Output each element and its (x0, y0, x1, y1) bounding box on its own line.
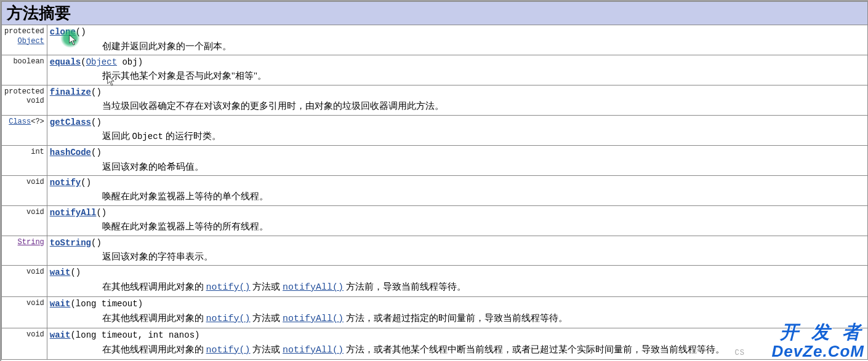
desc-text: 返回该对象的字符串表示。 (102, 252, 213, 261)
params-plain: long timeout (76, 299, 138, 309)
method-cell: toString()返回该对象的字符串表示。 (47, 236, 867, 266)
method-description: 唤醒在此对象监视器上等待的单个线程。 (102, 190, 865, 202)
return-type-cell: protected void (2, 85, 47, 115)
method-cell: equals(Object obj)指示其他某个对象是否与此对象"相等"。 (47, 55, 867, 85)
return-type-link[interactable]: String (18, 238, 44, 247)
return-type-cell: void (2, 266, 47, 297)
paren-open: ( (70, 299, 75, 309)
desc-text: 方法或 (251, 344, 283, 354)
desc-text: 方法，或者超过指定的时间量前，导致当前线程等待。 (344, 313, 568, 323)
param-type-link[interactable]: Object (86, 57, 117, 67)
paren-close: ) (96, 117, 101, 127)
desc-text: 返回该对象的哈希码值。 (102, 162, 204, 172)
paren-close: ) (96, 87, 101, 97)
desc-method-link[interactable]: notify() (206, 345, 251, 355)
param-name: obj (117, 57, 138, 67)
method-cell: wait(long timeout, int nanos)在其他线程调用此对象的… (47, 328, 867, 360)
paren-open: ( (81, 178, 86, 188)
method-signature: notify() (50, 177, 865, 189)
method-name-link[interactable]: wait (50, 330, 71, 340)
paren-close: ) (81, 27, 86, 37)
table-row: protectedObjectclone()创建并返回此对象的一个副本。 (2, 25, 868, 55)
table-row: booleanequals(Object obj)指示其他某个对象是否与此对象"… (2, 55, 868, 85)
desc-text: 方法，或者其他某个线程中断当前线程，或者已超过某个实际时间量前，导致当前线程等待… (344, 344, 725, 354)
paren-close: ) (96, 238, 101, 248)
table-row: voidwait(long timeout, int nanos)在其他线程调用… (2, 328, 868, 360)
method-description: 唤醒在此对象监视器上等待的所有线程。 (102, 220, 865, 232)
method-signature: hashCode() (50, 147, 865, 159)
method-description: 当垃圾回收器确定不存在对该对象的更多引用时，由对象的垃圾回收器调用此方法。 (102, 100, 865, 112)
paren-close: ) (86, 178, 91, 188)
params-plain: long timeout, int nanos (76, 330, 195, 340)
desc-text: 方法前，导致当前线程等待。 (344, 282, 466, 292)
method-name-link[interactable]: toString (50, 238, 91, 248)
desc-method-link[interactable]: notify() (206, 314, 251, 324)
method-cell: notify()唤醒在此对象监视器上等待的单个线程。 (47, 175, 867, 205)
desc-text: 在其他线程调用此对象的 (102, 344, 206, 354)
method-signature: equals(Object obj) (50, 57, 865, 69)
return-type-link[interactable]: Object (18, 37, 44, 46)
method-cell: clone()创建并返回此对象的一个副本。 (47, 25, 867, 55)
method-name-link[interactable]: clone (50, 27, 76, 37)
paren-close: ) (76, 268, 81, 277)
method-cell: notifyAll()唤醒在此对象监视器上等待的所有线程。 (47, 205, 867, 236)
generic-suffix: <?> (31, 117, 44, 126)
method-name-link[interactable]: notifyAll (50, 208, 97, 218)
desc-method-link[interactable]: notifyAll() (283, 314, 344, 324)
method-description: 返回该对象的字符串表示。 (102, 250, 865, 263)
method-signature: finalize() (50, 87, 865, 99)
return-type-cell: int (2, 146, 47, 176)
table-row: inthashCode()返回该对象的哈希码值。 (2, 146, 868, 176)
method-description: 返回该对象的哈希码值。 (102, 161, 865, 173)
desc-text: 返回此 (102, 131, 132, 141)
desc-text: 当垃圾回收器确定不存在对该对象的更多引用时，由对象的垃圾回收器调用此方法。 (102, 101, 444, 111)
method-name-link[interactable]: wait (50, 268, 71, 277)
return-type-cell: protectedObject (2, 25, 47, 55)
return-type-cell: boolean (2, 55, 47, 85)
method-cell: hashCode()返回该对象的哈希码值。 (47, 146, 867, 176)
method-description: 在其他线程调用此对象的 notify() 方法或 notifyAll() 方法，… (102, 312, 865, 325)
desc-method-link[interactable]: notify() (206, 282, 251, 293)
desc-text: 唤醒在此对象监视器上等待的单个线程。 (102, 191, 268, 201)
paren-open: ( (70, 268, 75, 277)
paren-open: ( (70, 330, 75, 340)
return-type-link[interactable]: Class (9, 117, 31, 126)
method-name-link[interactable]: notify (50, 178, 81, 188)
desc-text: 创建并返回此对象的一个副本。 (102, 41, 231, 51)
desc-mono: Object (132, 132, 163, 141)
method-description: 返回此 Object 的运行时类。 (102, 130, 865, 143)
method-signature: getClass() (50, 117, 865, 129)
return-type-cell: void (2, 205, 47, 236)
method-description: 创建并返回此对象的一个副本。 (102, 40, 865, 52)
return-type-cell: void (2, 297, 47, 328)
paren-open: ( (81, 57, 86, 67)
desc-text: 方法或 (251, 282, 283, 292)
method-name-link[interactable]: equals (50, 57, 81, 67)
return-type-cell: String (2, 236, 47, 266)
desc-text: 指示其他某个对象是否与此对象"相等"。 (102, 71, 267, 81)
table-row: voidwait(long timeout)在其他线程调用此对象的 notify… (2, 297, 868, 328)
desc-method-link[interactable]: notifyAll() (283, 345, 344, 355)
return-type-cell: void (2, 175, 47, 205)
table-row: StringtoString()返回该对象的字符串表示。 (2, 236, 868, 266)
method-cell: wait(long timeout)在其他线程调用此对象的 notify() 方… (47, 297, 867, 328)
method-name-link[interactable]: finalize (50, 87, 91, 97)
method-name-link[interactable]: hashCode (50, 148, 91, 157)
paren-close: ) (138, 299, 143, 309)
paren-close: ) (102, 208, 106, 218)
paren-open: ( (76, 27, 81, 37)
method-name-link[interactable]: getClass (50, 117, 91, 127)
table-row: Class<?>getClass()返回此 Object 的运行时类。 (2, 115, 868, 145)
method-signature: clone() (50, 26, 865, 39)
method-description: 指示其他某个对象是否与此对象"相等"。 (102, 69, 865, 82)
method-description: 在其他线程调用此对象的 notify() 方法或 notifyAll() 方法前… (102, 280, 865, 294)
paren-close: ) (195, 330, 199, 340)
method-signature: wait(long timeout) (50, 298, 865, 311)
desc-method-link[interactable]: notifyAll() (283, 282, 344, 293)
desc-text: 唤醒在此对象监视器上等待的所有线程。 (102, 221, 268, 231)
table-row: voidnotify()唤醒在此对象监视器上等待的单个线程。 (2, 175, 868, 205)
method-name-link[interactable]: wait (50, 299, 71, 309)
desc-text: 方法或 (251, 313, 283, 323)
desc-text: 的运行时类。 (163, 131, 221, 141)
method-description: 在其他线程调用此对象的 notify() 方法或 notifyAll() 方法，… (102, 343, 865, 357)
